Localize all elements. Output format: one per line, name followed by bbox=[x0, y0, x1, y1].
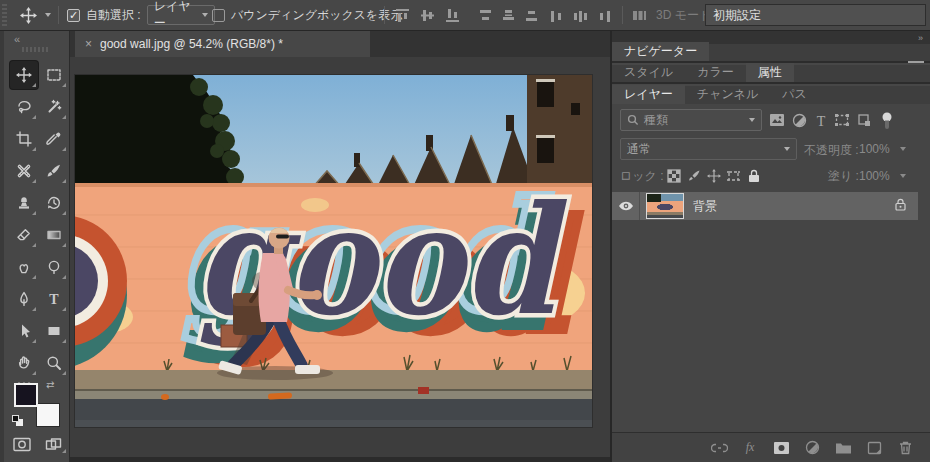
distribute-vertical-centers-icon[interactable] bbox=[501, 9, 516, 22]
auto-select-target-dropdown[interactable]: レイヤー bbox=[147, 5, 215, 25]
tab-paths[interactable]: パス bbox=[770, 85, 819, 104]
eraser-tool[interactable] bbox=[10, 221, 38, 249]
tab-styles[interactable]: スタイル bbox=[612, 63, 685, 82]
fill-value[interactable]: 100% bbox=[859, 169, 890, 183]
opacity-value[interactable]: 100% bbox=[859, 142, 890, 156]
align-bottom-edges-icon[interactable] bbox=[445, 9, 460, 22]
search-icon bbox=[627, 114, 639, 126]
toolbar-collapse-button[interactable]: « bbox=[14, 33, 19, 45]
document-title: good wall.jpg @ 54.2% (RGB/8*) * bbox=[100, 37, 283, 51]
distribute-spacing-icon[interactable] bbox=[632, 9, 647, 22]
options-bar: ✓ 自動選択 : レイヤー バウンディングボックスを表示 bbox=[0, 0, 930, 31]
fill-chevron-icon[interactable] bbox=[900, 174, 906, 178]
path-selection-tool[interactable] bbox=[10, 317, 38, 345]
lock-pixels-icon[interactable] bbox=[684, 168, 704, 184]
align-top-edges-icon[interactable] bbox=[395, 9, 410, 22]
tool-preset-chevron-icon bbox=[45, 13, 51, 17]
lock-all-icon[interactable] bbox=[744, 168, 764, 184]
layer-locked-icon bbox=[895, 198, 906, 214]
quick-mask-mode-button[interactable] bbox=[8, 433, 36, 455]
filter-shape-layers-icon[interactable] bbox=[833, 111, 851, 129]
layer-thumbnail[interactable] bbox=[646, 193, 684, 219]
document-area: × good wall.jpg @ 54.2% (RGB/8*) * bbox=[70, 31, 610, 462]
gradient-tool[interactable] bbox=[40, 221, 68, 249]
distribute-bottom-edges-icon[interactable] bbox=[524, 9, 539, 22]
magic-wand-tool[interactable] bbox=[40, 93, 68, 121]
blend-mode-dropdown[interactable]: 通常 bbox=[620, 138, 797, 160]
background-color-swatch[interactable] bbox=[36, 403, 60, 427]
dodge-tool[interactable] bbox=[40, 253, 68, 281]
smudge-tool[interactable] bbox=[10, 253, 38, 281]
new-layer-icon[interactable] bbox=[865, 440, 883, 456]
navigator-panel-header: ナビゲーター bbox=[612, 44, 930, 63]
tools-panel: « bbox=[0, 31, 70, 462]
rectangle-shape-tool[interactable] bbox=[40, 317, 68, 345]
tab-layers[interactable]: レイヤー bbox=[612, 85, 685, 104]
toolbar-grip[interactable] bbox=[22, 47, 48, 52]
opacity-label: 不透明度 : bbox=[804, 142, 859, 159]
filter-type-layers-icon[interactable]: T bbox=[812, 111, 830, 129]
foreground-color-swatch[interactable] bbox=[14, 383, 38, 407]
new-adjustment-layer-icon[interactable] bbox=[803, 440, 821, 456]
distribute-horizontal-centers-icon[interactable] bbox=[573, 9, 588, 22]
link-layers-icon[interactable] bbox=[710, 440, 728, 456]
zoom-tool[interactable] bbox=[40, 349, 68, 377]
swap-colors-icon[interactable]: ⇄ bbox=[46, 379, 54, 390]
layer-filter-search[interactable]: 種類 bbox=[620, 109, 762, 131]
auto-select-label: 自動選択 : bbox=[86, 7, 141, 24]
move-tool-icon bbox=[20, 7, 37, 24]
clone-stamp-tool[interactable] bbox=[10, 189, 38, 217]
brush-tool[interactable] bbox=[40, 157, 68, 185]
type-tool[interactable]: T bbox=[40, 285, 68, 313]
opacity-chevron-icon[interactable] bbox=[900, 147, 906, 151]
screen-mode-button[interactable] bbox=[40, 433, 68, 455]
delete-layer-trash-icon[interactable] bbox=[896, 440, 914, 456]
add-layer-mask-icon[interactable] bbox=[772, 440, 790, 456]
distribute-right-edges-icon[interactable] bbox=[596, 9, 611, 22]
svg-text:T: T bbox=[49, 292, 59, 307]
workspace-preset-field[interactable]: 初期設定 bbox=[705, 4, 926, 26]
lock-transparency-icon[interactable] bbox=[664, 168, 684, 184]
rectangular-marquee-tool[interactable] bbox=[40, 61, 68, 89]
layer-style-fx-icon[interactable]: fx bbox=[741, 440, 759, 456]
filtering-toggle-icon[interactable] bbox=[878, 111, 896, 129]
move-tool[interactable] bbox=[10, 61, 38, 89]
hand-tool[interactable] bbox=[10, 349, 38, 377]
document-tab[interactable]: × good wall.jpg @ 54.2% (RGB/8*) * bbox=[75, 31, 370, 57]
lasso-tool[interactable] bbox=[10, 93, 38, 121]
auto-select-checkbox[interactable]: ✓ bbox=[67, 9, 80, 22]
crop-tool[interactable] bbox=[10, 125, 38, 153]
layer-row-background[interactable]: 背景 bbox=[612, 192, 918, 220]
canvas[interactable]: good good good good bbox=[70, 57, 610, 431]
properties-panel-header: スタイル カラー 属性 bbox=[612, 65, 930, 84]
move-tool-preset[interactable] bbox=[20, 0, 51, 30]
layer-visibility-toggle[interactable] bbox=[612, 192, 640, 220]
lock-position-icon[interactable] bbox=[704, 168, 724, 184]
layers-panel: 種類 T 通常 bbox=[612, 104, 930, 462]
photoshop-window: ✓ 自動選択 : レイヤー バウンディングボックスを表示 bbox=[0, 0, 930, 462]
tab-color[interactable]: カラー bbox=[685, 63, 746, 82]
new-group-folder-icon[interactable] bbox=[834, 440, 852, 456]
options-bar-grip[interactable] bbox=[2, 4, 7, 27]
distribute-top-edges-icon[interactable] bbox=[478, 9, 493, 22]
tab-properties[interactable]: 属性 bbox=[746, 63, 794, 82]
tab-channels[interactable]: チャンネル bbox=[685, 85, 770, 104]
canvas-photo[interactable]: good good good good bbox=[75, 75, 592, 427]
eyedropper-tool[interactable] bbox=[40, 125, 68, 153]
filter-adjustment-layers-icon[interactable] bbox=[790, 111, 808, 129]
distribute-left-edges-icon[interactable] bbox=[550, 9, 565, 22]
default-colors-icon[interactable] bbox=[12, 415, 24, 427]
align-vertical-centers-icon[interactable] bbox=[420, 9, 435, 22]
dropdown-chevron-icon bbox=[202, 13, 208, 17]
filter-chevron-icon bbox=[749, 118, 755, 122]
show-bounding-box-checkbox[interactable] bbox=[212, 9, 225, 22]
document-tab-bar: × good wall.jpg @ 54.2% (RGB/8*) * bbox=[70, 31, 610, 57]
close-tab-icon[interactable]: × bbox=[85, 37, 92, 51]
lock-artboard-icon[interactable] bbox=[724, 168, 744, 184]
filter-smart-objects-icon[interactable] bbox=[855, 111, 873, 129]
filter-pixel-layers-icon[interactable] bbox=[768, 111, 786, 129]
history-brush-tool[interactable] bbox=[40, 189, 68, 217]
pen-tool[interactable] bbox=[10, 285, 38, 313]
healing-brush-tool[interactable] bbox=[10, 157, 38, 185]
tab-navigator[interactable]: ナビゲーター bbox=[612, 42, 709, 61]
